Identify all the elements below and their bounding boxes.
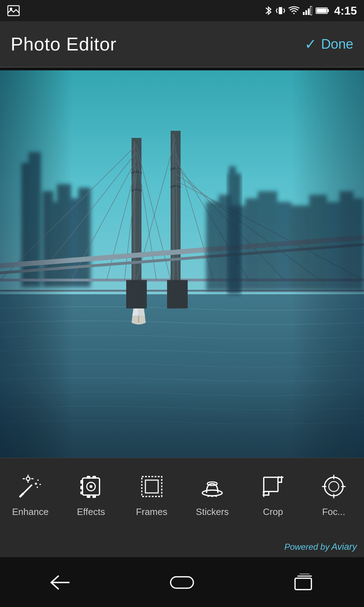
svg-point-83 (202, 490, 222, 496)
signal-icon (303, 6, 312, 16)
svg-rect-59 (0, 70, 364, 458)
svg-rect-6 (279, 7, 282, 14)
svg-line-61 (20, 494, 23, 496)
svg-line-3 (276, 11, 277, 13)
done-label: Done (321, 37, 353, 52)
status-bar-left (7, 5, 20, 16)
wifi-icon (289, 6, 299, 16)
image-status-icon (7, 5, 20, 16)
photo-canvas[interactable] (0, 70, 364, 458)
svg-rect-72 (80, 480, 83, 484)
header-separator (0, 68, 364, 70)
powered-by: Powered by Aviary (284, 541, 357, 552)
svg-rect-13 (317, 9, 327, 13)
crop-label: Crop (263, 506, 283, 517)
svg-rect-77 (87, 495, 90, 498)
recents-icon (291, 573, 316, 592)
effects-icon (77, 472, 105, 501)
svg-point-94 (325, 477, 343, 496)
svg-point-62 (26, 477, 30, 480)
svg-point-69 (39, 484, 41, 485)
stickers-icon (198, 472, 226, 501)
svg-line-5 (284, 11, 285, 13)
svg-point-93 (263, 491, 265, 493)
back-icon (48, 573, 73, 592)
svg-point-80 (90, 485, 92, 488)
nav-home-button[interactable] (161, 565, 203, 599)
battery-icon (316, 7, 329, 15)
frames-label: Frames (136, 506, 167, 517)
svg-rect-100 (171, 577, 193, 588)
enhance-label: Enhance (12, 506, 49, 517)
enhance-icon (16, 472, 44, 501)
svg-rect-81 (142, 477, 162, 496)
svg-point-68 (37, 479, 39, 481)
svg-rect-8 (305, 10, 307, 15)
tool-crop[interactable]: Crop (243, 469, 304, 521)
svg-rect-7 (303, 12, 305, 15)
tool-enhance[interactable]: Enhance (0, 469, 61, 521)
tool-frames[interactable]: Frames (121, 469, 182, 521)
svg-point-95 (329, 482, 339, 491)
svg-point-92 (278, 476, 280, 478)
home-icon (168, 573, 196, 592)
app-header: Photo Editor ✓ Done (0, 21, 364, 68)
frames-icon (138, 472, 166, 501)
tool-focus[interactable]: Foc... (303, 469, 364, 521)
svg-rect-9 (308, 9, 310, 15)
focus-icon (320, 472, 348, 501)
vibrate-icon (276, 6, 285, 16)
city-photo (0, 70, 364, 458)
tool-effects[interactable]: Effects (61, 469, 122, 521)
tool-stickers[interactable]: Stickers (182, 469, 243, 521)
svg-point-67 (35, 483, 37, 485)
status-bar: 4:15 (0, 0, 364, 21)
nav-bar (0, 557, 364, 607)
app-title: Photo Editor (11, 33, 117, 55)
stickers-label: Stickers (196, 506, 229, 517)
focus-label: Foc... (322, 506, 345, 517)
crop-icon (259, 472, 287, 501)
city-scene (0, 70, 364, 458)
svg-rect-73 (80, 486, 83, 489)
done-button[interactable]: ✓ Done (305, 36, 353, 52)
nav-back-button[interactable] (41, 565, 80, 599)
svg-rect-78 (92, 495, 96, 498)
svg-point-70 (37, 487, 38, 488)
svg-rect-82 (145, 480, 158, 493)
svg-rect-74 (80, 491, 83, 494)
svg-line-4 (284, 9, 285, 11)
svg-rect-10 (310, 6, 312, 15)
bluetooth-icon (264, 6, 272, 16)
svg-rect-85 (264, 477, 278, 491)
status-bar-right: 4:15 (264, 4, 357, 17)
powered-by-label: Powered by (284, 542, 330, 552)
status-time: 4:15 (334, 4, 357, 17)
svg-rect-101 (295, 578, 311, 590)
svg-line-2 (276, 9, 277, 11)
effects-label: Effects (77, 506, 105, 517)
toolbar: Enhance Effects (0, 458, 364, 557)
svg-rect-12 (327, 9, 329, 12)
done-check-icon: ✓ (305, 36, 317, 52)
svg-rect-75 (87, 476, 90, 479)
svg-rect-76 (92, 476, 96, 479)
nav-recents-button[interactable] (284, 565, 323, 599)
powered-by-brand: Aviary (331, 541, 357, 552)
